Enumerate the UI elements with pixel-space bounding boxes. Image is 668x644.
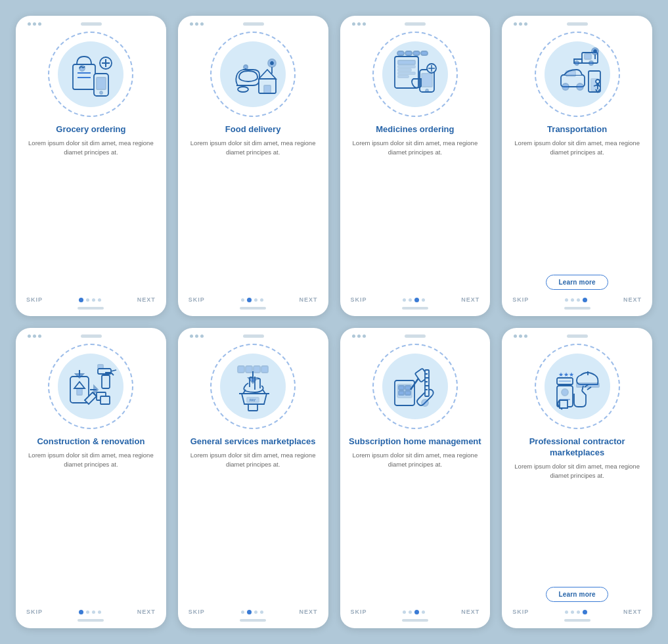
svg-rect-23 [398, 72, 415, 74]
next-label[interactable]: NEXT [299, 296, 317, 303]
food-icon [223, 45, 282, 104]
skip-label[interactable]: SKIP [26, 609, 43, 615]
home-bar [402, 307, 428, 310]
learn-more-button-transportation[interactable]: Learn more [546, 275, 608, 290]
nav-dots [403, 298, 425, 302]
icon-area-grocery [22, 28, 160, 120]
icon-area-food [185, 28, 322, 120]
svg-rect-58 [98, 365, 103, 369]
card-body-construction: Lorem ipsum dolor sit dim amet, mea regi… [22, 451, 160, 602]
status-dot [28, 22, 31, 26]
nav-dot-2 [86, 610, 89, 614]
skip-label[interactable]: SKIP [512, 296, 529, 303]
card-construction: Construction & renovation Lorem ipsum do… [16, 328, 166, 628]
next-label[interactable]: NEXT [461, 609, 479, 615]
skip-label[interactable]: SKIP [351, 609, 367, 615]
phone-speaker [81, 22, 102, 26]
skip-label[interactable]: SKIP [189, 296, 205, 303]
nav-dot-2 [409, 298, 412, 302]
general-icon: PAY [223, 357, 282, 416]
svg-rect-76 [399, 386, 404, 390]
svg-rect-68 [246, 366, 252, 373]
next-label[interactable]: NEXT [137, 296, 156, 303]
home-bar [402, 619, 428, 622]
svg-rect-45 [566, 71, 575, 76]
status-dots [352, 22, 366, 26]
phone-top-bar [347, 334, 484, 338]
svg-marker-14 [259, 70, 276, 79]
nav-dot-3 [577, 610, 580, 614]
home-bar [78, 619, 104, 622]
status-dot [363, 22, 366, 26]
phone-speaker [405, 22, 426, 26]
nav-dot-4 [422, 610, 425, 614]
nav-dots [241, 298, 263, 302]
skip-label[interactable]: SKIP [351, 296, 367, 303]
bottom-nav: SKIP NEXT [347, 294, 484, 304]
card-title-construction: Construction & renovation [37, 436, 145, 448]
card-title-subscription: Subscription home management [349, 436, 481, 448]
skip-label[interactable]: SKIP [189, 609, 205, 615]
svg-point-82 [422, 400, 428, 406]
home-bar [78, 307, 104, 310]
card-body-subscription: Lorem ipsum dolor sit dim amet, mea regi… [347, 451, 484, 602]
card-grocery: Grocery ordering Lorem ipsum dolor sit d… [16, 16, 166, 316]
status-dot [519, 334, 522, 338]
status-dots [28, 334, 41, 338]
nav-dots [79, 610, 101, 614]
svg-rect-67 [238, 366, 244, 373]
nav-dot-4 [98, 610, 101, 614]
contractor-icon: ★★★ [548, 357, 607, 416]
svg-line-57 [111, 370, 116, 371]
bottom-nav: SKIP NEXT [22, 294, 160, 304]
skip-label[interactable]: SKIP [512, 609, 529, 615]
nav-dot-2 [571, 298, 574, 302]
svg-point-92 [562, 389, 568, 396]
phone-speaker [81, 334, 102, 338]
card-subscription: Subscription home management Lorem ipsum… [340, 328, 491, 628]
next-label[interactable]: NEXT [623, 609, 642, 615]
nav-dot-2 [247, 298, 252, 302]
subscription-icon [386, 357, 445, 416]
status-dot [38, 334, 41, 338]
next-label[interactable]: NEXT [137, 609, 156, 615]
nav-dot-3 [577, 298, 580, 302]
phone-top-bar [22, 334, 160, 338]
next-label[interactable]: NEXT [299, 609, 317, 615]
status-dot [28, 334, 31, 338]
next-label[interactable]: NEXT [461, 296, 479, 303]
status-dot [357, 334, 361, 338]
bottom-nav: SKIP NEXT [508, 606, 646, 616]
phone-top-bar [508, 334, 646, 338]
phone-top-bar [347, 22, 484, 26]
construction-icon [61, 357, 120, 416]
transportation-icon [548, 45, 607, 104]
skip-label[interactable]: SKIP [26, 296, 43, 303]
nav-dots [565, 298, 587, 302]
svg-rect-78 [399, 391, 404, 395]
nav-dots [403, 610, 425, 614]
nav-dot-3 [92, 610, 95, 614]
svg-point-6 [100, 91, 102, 94]
status-dot [33, 22, 36, 26]
learn-more-button-contractor[interactable]: Learn more [546, 587, 608, 602]
svg-point-17 [271, 62, 273, 64]
card-transportation: Transportation Lorem ipsum dolor sit dim… [502, 16, 652, 316]
nav-dot-4 [583, 610, 587, 614]
nav-dot-4 [260, 610, 263, 614]
status-dot [363, 334, 366, 338]
card-contractor: ★★★ Professional contractor marketplaces… [502, 328, 652, 628]
next-label[interactable]: NEXT [623, 296, 642, 303]
nav-dot-1 [565, 298, 568, 302]
card-title-grocery: Grocery ordering [56, 124, 125, 135]
home-bar [240, 307, 266, 310]
status-dot [33, 334, 36, 338]
cards-grid: Grocery ordering Lorem ipsum dolor sit d… [0, 0, 668, 644]
nav-dot-3 [254, 298, 257, 302]
status-dot [524, 22, 527, 26]
svg-text:★★★: ★★★ [558, 371, 574, 378]
svg-rect-21 [398, 66, 415, 68]
svg-point-12 [244, 65, 248, 69]
card-body-medicines: Lorem ipsum dolor sit dim amet, mea regi… [347, 139, 484, 290]
icon-area-contractor: ★★★ [508, 340, 646, 432]
